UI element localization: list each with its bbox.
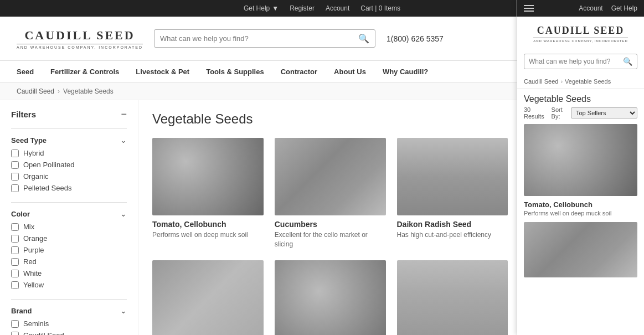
filter-section-brand-header[interactable]: Brand ⌄ bbox=[11, 306, 127, 315]
nav-item-livestock[interactable]: Livestock & Pet bbox=[136, 65, 189, 79]
product-desc-cucumbers: Excellent for the cello market or slicin… bbox=[275, 230, 386, 249]
checkbox-organic[interactable] bbox=[11, 173, 19, 181]
product-name-cucumbers: Cucumbers bbox=[275, 220, 386, 229]
right-panel-search-input[interactable] bbox=[529, 58, 623, 65]
logo-text: CAUDILL SEED bbox=[24, 28, 135, 43]
right-panel-logo-text: CAUDILL SEED bbox=[537, 25, 625, 37]
page-title: Vegetable Seeds bbox=[152, 111, 253, 127]
brand-toggle-icon: ⌄ bbox=[120, 306, 127, 315]
filter-option-mix[interactable]: Mix bbox=[11, 223, 127, 231]
checkbox-seminis[interactable] bbox=[11, 320, 19, 328]
white-label: White bbox=[23, 269, 42, 277]
filter-option-caudill-seed[interactable]: Caudill Seed bbox=[11, 331, 127, 335]
filters-title: Filters bbox=[11, 110, 36, 119]
color-toggle-icon: ⌄ bbox=[120, 209, 127, 218]
right-panel-breadcrumb-current: Vegetable Seeds bbox=[565, 78, 611, 85]
filter-section-color: Color ⌄ Mix Orange Purple Red White Yell… bbox=[11, 202, 127, 299]
organic-label: Organic bbox=[23, 172, 49, 181]
right-panel-page-title: Vegetable Seeds bbox=[517, 89, 644, 106]
product-image-radish bbox=[397, 138, 508, 215]
seed-type-label: Seed Type bbox=[11, 136, 47, 145]
hybrid-label: Hybrid bbox=[23, 149, 44, 157]
product-image-generic1 bbox=[152, 260, 264, 335]
right-panel-product-img-cucumbers[interactable] bbox=[524, 222, 637, 277]
register-link[interactable]: Register bbox=[290, 4, 315, 12]
product-name-radish: Daikon Radish Seed bbox=[397, 220, 508, 229]
checkbox-orange[interactable] bbox=[11, 235, 19, 243]
product-name-tomato: Tomato, Cellobunch bbox=[152, 220, 264, 229]
right-panel-logo-sub: AND WAREHOUSE COMPANY, INCORPORATED bbox=[533, 38, 627, 43]
search-bar: 🔍 bbox=[154, 29, 375, 48]
search-button[interactable]: 🔍 bbox=[358, 33, 369, 44]
red-label: Red bbox=[23, 257, 37, 266]
right-panel-results-count: 30 Results bbox=[524, 106, 552, 120]
filter-option-hybrid[interactable]: Hybrid bbox=[11, 149, 127, 157]
account-link[interactable]: Account bbox=[326, 4, 349, 12]
checkbox-red[interactable] bbox=[11, 258, 19, 266]
chevron-down-icon: ▼ bbox=[272, 4, 279, 12]
filters-header: Filters − bbox=[11, 109, 127, 120]
right-panel-breadcrumb-home[interactable]: Caudill Seed bbox=[524, 78, 558, 85]
brand-label: Brand bbox=[11, 307, 32, 315]
caudill-seed-label: Caudill Seed bbox=[23, 331, 64, 335]
product-card-radish[interactable]: Daikon Radish Seed Has high cut-and-peel… bbox=[397, 138, 508, 249]
nav-item-fertilizer[interactable]: Fertilizer & Controls bbox=[50, 65, 119, 79]
nav-item-why[interactable]: Why Caudill? bbox=[383, 65, 428, 79]
product-card-tomato[interactable]: Tomato, Cellobunch Performs well on deep… bbox=[152, 138, 264, 249]
checkbox-mix[interactable] bbox=[11, 223, 19, 231]
filter-section-seed-type-header[interactable]: Seed Type ⌄ bbox=[11, 136, 127, 145]
product-card-cucumbers[interactable]: Cucumbers Excellent for the cello market… bbox=[275, 138, 386, 249]
filter-option-red[interactable]: Red bbox=[11, 257, 127, 266]
checkbox-hybrid[interactable] bbox=[11, 150, 19, 157]
logo-sub: AND WAREHOUSE COMPANY, INCORPORATED bbox=[17, 44, 143, 49]
right-panel-sort: Sort By: Top Sellers Price: Low to High … bbox=[552, 106, 637, 120]
right-panel-account-link[interactable]: Account bbox=[579, 4, 602, 12]
checkbox-white[interactable] bbox=[11, 270, 19, 277]
filter-option-pelleted[interactable]: Pelleted Seeds bbox=[11, 184, 127, 192]
nav-item-contractor[interactable]: Contractor bbox=[281, 65, 317, 79]
filter-option-yellow[interactable]: Yellow bbox=[11, 281, 127, 289]
filter-option-open-pollinated[interactable]: Open Pollinated bbox=[11, 161, 127, 169]
breadcrumb-separator: › bbox=[58, 87, 60, 95]
right-panel-sort-dropdown[interactable]: Top Sellers Price: Low to High Price: Hi… bbox=[571, 107, 637, 118]
checkbox-caudill-seed[interactable] bbox=[11, 332, 19, 336]
right-panel-logo[interactable]: CAUDILL SEED AND WAREHOUSE COMPANY, INCO… bbox=[517, 17, 644, 48]
phone-number: 1(800) 626 5357 bbox=[387, 34, 444, 43]
product-desc-tomato: Performs well on deep muck soil bbox=[152, 230, 264, 240]
seminis-label: Seminis bbox=[23, 319, 49, 328]
filter-option-seminis[interactable]: Seminis bbox=[11, 319, 127, 328]
checkbox-purple[interactable] bbox=[11, 246, 19, 254]
product-image-tomato bbox=[152, 138, 264, 215]
filter-section-seed-type: Seed Type ⌄ Hybrid Open Pollinated Organ… bbox=[11, 128, 127, 202]
right-panel-get-help-link[interactable]: Get Help bbox=[611, 4, 637, 12]
right-panel-product-img-tomato[interactable] bbox=[524, 124, 637, 196]
filter-option-white[interactable]: White bbox=[11, 269, 127, 277]
product-card-generic1[interactable] bbox=[152, 260, 264, 335]
filter-option-purple[interactable]: Purple bbox=[11, 246, 127, 254]
nav-item-tools[interactable]: Tools & Supplies bbox=[206, 65, 264, 79]
nav-item-seed[interactable]: Seed bbox=[17, 65, 34, 79]
get-help-menu[interactable]: Get Help ▼ bbox=[244, 4, 279, 12]
right-panel: Account Get Help CAUDILL SEED AND WAREHO… bbox=[517, 0, 644, 335]
checkbox-yellow[interactable] bbox=[11, 281, 19, 289]
filter-option-orange[interactable]: Orange bbox=[11, 234, 127, 243]
yellow-label: Yellow bbox=[23, 281, 44, 289]
purple-label: Purple bbox=[23, 246, 44, 254]
right-panel-sort-label: Sort By: bbox=[552, 106, 569, 120]
checkbox-open-pollinated[interactable] bbox=[11, 161, 19, 169]
right-panel-search-icon[interactable]: 🔍 bbox=[623, 57, 632, 66]
filters-clear-icon[interactable]: − bbox=[121, 109, 127, 120]
search-input[interactable] bbox=[160, 34, 358, 43]
product-card-generic3[interactable] bbox=[397, 260, 508, 335]
cart-link[interactable]: Cart | 0 Items bbox=[360, 4, 400, 12]
product-card-generic2[interactable] bbox=[275, 260, 386, 335]
filter-section-color-header[interactable]: Color ⌄ bbox=[11, 209, 127, 218]
breadcrumb-home[interactable]: Caudill Seed bbox=[17, 87, 54, 95]
hamburger-icon[interactable] bbox=[524, 5, 534, 12]
nav-item-about[interactable]: About Us bbox=[334, 65, 366, 79]
product-desc-radish: Has high cut-and-peel efficiency bbox=[397, 230, 508, 240]
product-image-generic3 bbox=[397, 260, 508, 335]
checkbox-pelleted[interactable] bbox=[11, 184, 19, 192]
logo[interactable]: CAUDILL SEED AND WAREHOUSE COMPANY, INCO… bbox=[17, 28, 143, 49]
filter-option-organic[interactable]: Organic bbox=[11, 172, 127, 181]
